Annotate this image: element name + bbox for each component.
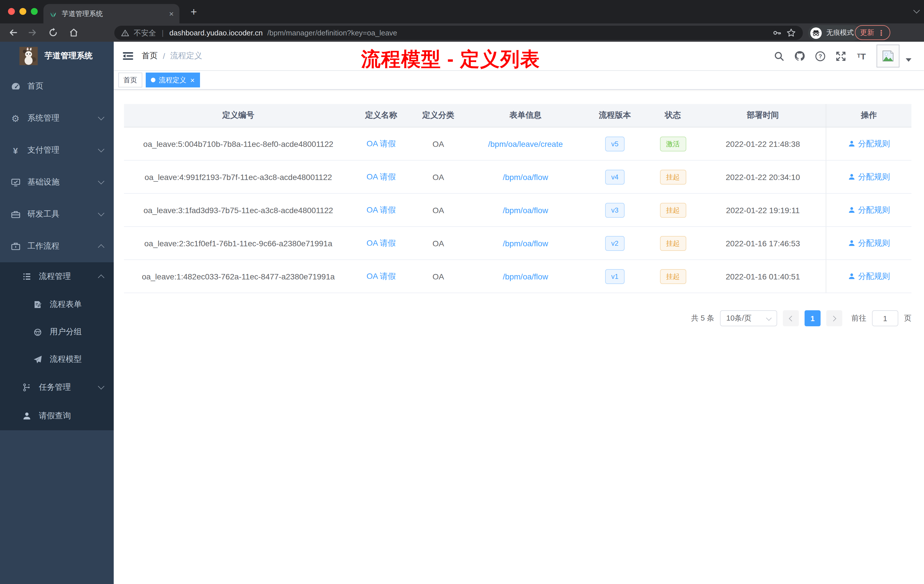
app-title: 芋道管理系统 [45,51,92,61]
avatar-broken-image[interactable] [876,45,899,68]
forward-icon[interactable] [27,27,38,38]
browser-tab[interactable]: 芋道管理系统 × [43,4,180,23]
assign-rule-link[interactable]: 分配规则 [858,172,890,182]
status-badge: 挂起 [660,170,686,184]
reload-icon[interactable] [48,27,58,38]
svg-text:?: ? [818,53,822,59]
version-badge: v3 [605,203,625,218]
breadcrumb-home[interactable]: 首页 [142,51,158,61]
password-key-icon[interactable] [772,28,782,38]
page-size-select[interactable]: 10条/页 [720,310,777,326]
form-link[interactable]: /bpm/oa/flow [467,205,584,214]
assign-rule-link[interactable]: 分配规则 [858,271,890,281]
definition-name-link[interactable]: OA 请假 [353,238,410,248]
sidebar-item-process-management[interactable]: 流程管理 [0,262,114,291]
sidebar-item-label: 请假查询 [39,411,71,421]
col-header-version: 流程版本 [584,110,646,120]
browser-update-button[interactable]: 更新 ⋮ [855,25,890,40]
sidebar-item-task-management[interactable]: 任务管理 [0,373,114,402]
tag-close-icon[interactable]: × [190,76,195,84]
form-link[interactable]: /bpm/oa/flow [467,172,584,181]
definition-name-link[interactable]: OA 请假 [353,271,410,281]
zoom-window-button[interactable] [31,8,38,15]
sidebar-item-payment[interactable]: ¥ 支付管理 [0,134,114,166]
new-tab-button[interactable]: + [187,6,200,18]
security-label[interactable]: 不安全 [134,28,156,38]
url-host: dashboard.yudao.iocoder.cn [170,28,263,37]
user-icon [848,272,855,280]
home-icon[interactable] [69,27,79,38]
address-bar[interactable]: 不安全 | dashboard.yudao.iocoder.cn/bpm/man… [114,26,803,40]
sidebar-item-workflow[interactable]: 工作流程 [0,230,114,262]
close-window-button[interactable] [8,8,15,15]
definition-name-link[interactable]: OA 请假 [353,139,410,149]
chevron-down-icon [766,315,772,321]
chevron-down-icon [98,383,105,390]
sidebar-item-home[interactable]: 首页 [0,70,114,102]
table-row: oa_leave:2:3c1f0ef1-76b1-11ec-9c66-a2380… [124,227,911,260]
sidebar-item-process-form[interactable]: 流程表单 [0,291,114,318]
search-icon[interactable] [774,51,785,61]
form-link[interactable]: /bpm/oa/flow [467,239,584,248]
tag-label: 流程定义 [159,75,186,85]
version-badge: v5 [605,136,625,151]
sidebar-item-leave-query[interactable]: 请假查询 [0,402,114,430]
incognito-label: 无痕模式 [826,28,854,38]
tag-home[interactable]: 首页 [118,73,142,87]
cell-definition-id: oa_leave:3:1fad3d93-7b75-11ec-a3c8-acde4… [124,205,353,214]
bookmark-star-icon[interactable] [786,28,796,38]
briefcase-icon [10,241,21,251]
tag-process-definition[interactable]: 流程定义 × [146,73,200,87]
red-annotation: 流程模型 - 定义列表 [361,46,540,73]
definition-name-link[interactable]: OA 请假 [353,172,410,182]
chevron-up-icon [98,244,105,251]
gear-icon: ⚙ [10,114,21,122]
help-icon[interactable]: ? [815,51,826,61]
sidebar-item-system[interactable]: ⚙ 系统管理 [0,102,114,134]
browser-menu-dots-icon[interactable]: ⋮ [878,28,885,37]
col-header-deploy-time: 部署时间 [700,110,826,120]
minimize-window-button[interactable] [20,8,26,15]
breadcrumb-current: 流程定义 [170,51,202,61]
sidebar-item-label: 流程模型 [50,354,82,365]
cell-deploy-time: 2022-01-22 21:48:38 [700,139,826,148]
current-page-button[interactable]: 1 [805,310,820,326]
goto-page-input[interactable] [872,310,898,326]
sidebar-item-process-model[interactable]: 流程模型 [0,346,114,373]
cell-category: OA [410,239,467,248]
font-size-icon[interactable]: TT [856,51,867,61]
github-icon[interactable] [794,51,805,61]
fullscreen-icon[interactable] [835,51,846,61]
assign-rule-link[interactable]: 分配规则 [858,238,890,248]
cell-definition-id: oa_leave:2:3c1f0ef1-76b1-11ec-9c66-a2380… [124,239,353,248]
prev-page-button[interactable] [783,310,799,326]
browser-window: 芋道管理系统 × + 不安全 | dashboard.yudao.iocoder… [0,0,924,584]
col-header-form: 表单信息 [467,110,584,120]
tab-search-chevron-icon[interactable] [913,7,920,14]
cell-deploy-time: 2022-01-16 01:40:51 [700,272,826,281]
sidebar-logo[interactable]: 芋道管理系统 [0,42,114,70]
update-label: 更新 [860,28,874,38]
sidebar-item-user-group[interactable]: 用户分组 [0,318,114,346]
table-row: oa_leave:4:991f2193-7b7f-11ec-a3c8-acde4… [124,160,911,194]
assign-rule-link[interactable]: 分配规则 [858,139,890,149]
cell-actions: 分配规则 [826,227,911,259]
pagination: 共 5 条 10条/页 1 前往 页 [124,310,911,326]
sidebar-item-infrastructure[interactable]: 基础设施 [0,166,114,198]
sidebar-item-dev-tools[interactable]: 研发工具 [0,198,114,230]
breadcrumb-separator: / [163,51,165,61]
breadcrumb: 首页 / 流程定义 [142,51,202,61]
back-icon[interactable] [8,27,18,38]
hamburger-icon[interactable] [122,50,134,62]
avatar-caret-down-icon[interactable] [906,58,911,62]
definition-name-link[interactable]: OA 请假 [353,205,410,215]
form-link[interactable]: /bpm/oa/flow [467,272,584,281]
favicon-plant-icon [49,10,57,18]
app-header: 首页 / 流程定义 流程模型 - 定义列表 ? TT [114,42,924,71]
user-icon [848,239,855,247]
tab-close-icon[interactable]: × [169,10,174,18]
assign-rule-link[interactable]: 分配规则 [858,205,890,215]
next-page-button[interactable] [826,310,842,326]
sidebar-item-label: 首页 [27,81,43,91]
form-link[interactable]: /bpm/oa/leave/create [467,139,584,148]
